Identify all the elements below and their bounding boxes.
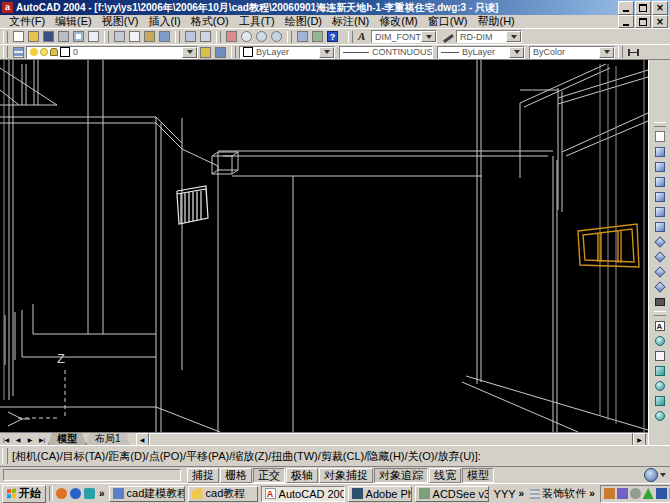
layout-tab-0[interactable]: 模型 xyxy=(48,432,86,445)
top-view-icon[interactable] xyxy=(651,144,669,159)
back-view-icon[interactable] xyxy=(651,219,669,234)
toolbar-grip[interactable] xyxy=(3,46,8,58)
save-icon[interactable] xyxy=(41,30,56,44)
color-combo[interactable]: ByLayer xyxy=(239,46,335,59)
properties-icon[interactable] xyxy=(295,30,310,44)
named-views-icon[interactable] xyxy=(651,129,669,144)
toolbar-grip[interactable] xyxy=(348,31,353,43)
toolbar-grip[interactable] xyxy=(618,46,623,58)
dropdown-arrow-icon[interactable] xyxy=(509,47,524,58)
menu-draw[interactable]: 绘图(D) xyxy=(280,14,327,29)
layout-tab-1[interactable]: 布局1 xyxy=(86,432,130,445)
layer-on-icon[interactable] xyxy=(30,48,38,56)
view-toolbar-grip[interactable] xyxy=(654,122,666,127)
toolbar-grip[interactable] xyxy=(3,31,8,43)
dropdown-arrow-icon[interactable] xyxy=(319,47,334,58)
tray-5-icon[interactable] xyxy=(656,488,667,499)
dropdown-arrow-icon[interactable] xyxy=(421,31,436,42)
menu-file[interactable]: 文件(F) xyxy=(4,14,50,29)
lineweight-combo[interactable]: ByLayer xyxy=(437,46,525,59)
undo-icon[interactable] xyxy=(183,30,198,44)
taskbar-window-1[interactable]: cad教程 xyxy=(188,486,258,502)
se-isometric-icon[interactable] xyxy=(651,249,669,264)
doc-close-button[interactable] xyxy=(652,15,668,28)
2d-wireframe-icon[interactable] xyxy=(651,318,669,333)
layer-combo[interactable]: 0 xyxy=(26,46,198,59)
menu-insert[interactable]: 插入(I) xyxy=(143,14,185,29)
text-style-icon[interactable] xyxy=(356,30,371,44)
layer-lock-icon[interactable] xyxy=(50,48,58,56)
linear-dimension-icon[interactable] xyxy=(626,45,641,59)
quick-launch-1-icon[interactable] xyxy=(56,488,67,499)
shade-toolbar-grip[interactable] xyxy=(654,311,666,316)
quick-launch-overflow-chevron[interactable]: » xyxy=(98,488,106,499)
zoom-realtime-icon[interactable] xyxy=(239,30,254,44)
layer-freeze-icon[interactable] xyxy=(40,48,48,56)
menu-dimension[interactable]: 标注(N) xyxy=(327,14,374,29)
minimize-button[interactable] xyxy=(618,1,634,15)
status-toggle-osnap[interactable]: 对象捕捉 xyxy=(319,468,373,483)
doc-restore-button[interactable] xyxy=(635,15,651,28)
designcenter-icon[interactable] xyxy=(310,30,325,44)
taskbar-window-3[interactable]: Adobe Photo... xyxy=(348,486,412,502)
plotstyle-combo[interactable]: ByColor xyxy=(529,46,615,59)
taskbar-band-yyy[interactable]: YYY » xyxy=(494,488,526,500)
camera-icon[interactable] xyxy=(651,294,669,309)
help-icon[interactable] xyxy=(325,30,340,44)
taskbar-window-4[interactable]: ACDSee v3.1... xyxy=(415,486,489,502)
status-toggle-snap[interactable]: 捕捉 xyxy=(187,468,219,483)
doc-minimize-button[interactable] xyxy=(618,15,634,28)
command-window[interactable]: [相机(CA)/目标(TA)/距离(D)/点(PO)/平移(PA)/缩放(Z)/… xyxy=(0,445,670,466)
menu-tools[interactable]: 工具(T) xyxy=(234,14,280,29)
taskbar-window-2[interactable]: AutoCAD 200... xyxy=(261,486,345,502)
menu-format[interactable]: 格式(O) xyxy=(186,14,234,29)
paste-icon[interactable] xyxy=(142,30,157,44)
next-tab-button[interactable]: ▶ xyxy=(24,433,36,445)
dim-style-icon[interactable] xyxy=(441,30,456,44)
dim-style-combo[interactable]: RD-DIM xyxy=(456,30,522,43)
previous-tab-button[interactable]: ◀ xyxy=(12,433,24,445)
layer-manager-icon[interactable] xyxy=(11,45,26,59)
nw-isometric-icon[interactable] xyxy=(651,279,669,294)
bottom-view-icon[interactable] xyxy=(651,159,669,174)
right-view-icon[interactable] xyxy=(651,189,669,204)
3d-wireframe-icon[interactable] xyxy=(651,333,669,348)
menu-help[interactable]: 帮助(H) xyxy=(473,14,520,29)
start-button[interactable]: 开始 xyxy=(2,485,46,503)
tray-1-icon[interactable] xyxy=(604,488,615,499)
publish-icon[interactable] xyxy=(86,30,101,44)
tray-2-icon[interactable] xyxy=(617,488,628,499)
status-toggle-polar[interactable]: 极轴 xyxy=(286,468,318,483)
plot-preview-icon[interactable] xyxy=(71,30,86,44)
layer-previous-icon[interactable] xyxy=(213,45,228,59)
restore-button[interactable] xyxy=(635,1,651,15)
last-tab-button[interactable]: ▶| xyxy=(36,433,48,445)
hidden-shade-icon[interactable] xyxy=(651,348,669,363)
tray-4-icon[interactable] xyxy=(643,488,654,499)
gouraud-shaded-edges-icon[interactable] xyxy=(651,408,669,423)
dropdown-arrow-icon[interactable] xyxy=(599,47,614,58)
band-chevron[interactable]: » xyxy=(518,488,526,499)
quick-launch-2-icon[interactable] xyxy=(70,488,81,499)
left-view-icon[interactable] xyxy=(651,174,669,189)
linetype-combo[interactable]: CONTINUOUS xyxy=(339,46,433,59)
redo-icon[interactable] xyxy=(198,30,213,44)
menu-view[interactable]: 视图(V) xyxy=(97,14,144,29)
sw-isometric-icon[interactable] xyxy=(651,234,669,249)
status-toggle-model[interactable]: 模型 xyxy=(462,468,494,483)
text-style-combo[interactable]: DIM_FONT xyxy=(371,30,437,43)
status-tray-arrow-icon[interactable] xyxy=(660,473,666,477)
close-button[interactable] xyxy=(652,1,668,15)
cut-icon[interactable] xyxy=(112,30,127,44)
communication-center[interactable] xyxy=(644,468,666,482)
menu-modify[interactable]: 修改(M) xyxy=(374,14,423,29)
ne-isometric-icon[interactable] xyxy=(651,264,669,279)
plot-icon[interactable] xyxy=(56,30,71,44)
menu-edit[interactable]: 编辑(E) xyxy=(50,14,97,29)
first-tab-button[interactable]: |◀ xyxy=(0,433,12,445)
status-toggle-lwt[interactable]: 线宽 xyxy=(429,468,461,483)
gouraud-shaded-icon[interactable] xyxy=(651,378,669,393)
command-window-grip[interactable] xyxy=(2,448,8,464)
taskbar-band-decor[interactable]: 装饰软件 » xyxy=(530,486,596,501)
dropdown-arrow-icon[interactable] xyxy=(182,47,197,58)
